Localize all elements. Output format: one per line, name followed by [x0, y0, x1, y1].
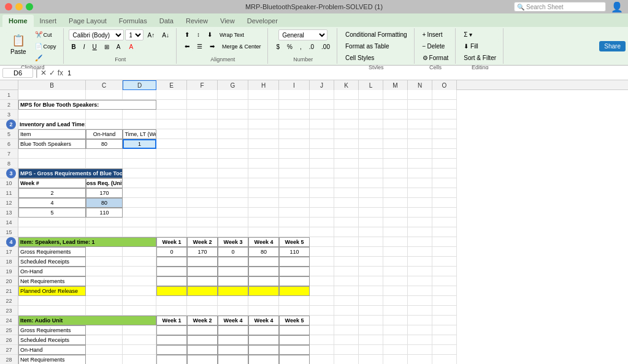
cell-L17[interactable] — [359, 247, 383, 257]
col-header-k[interactable]: K — [334, 80, 359, 90]
cell-N14[interactable] — [408, 218, 432, 227]
cell-G28[interactable] — [218, 355, 248, 364]
cell-H5[interactable] — [248, 129, 279, 139]
cell-G14[interactable] — [218, 218, 248, 227]
cell-O18[interactable] — [432, 257, 457, 267]
cell-E12[interactable] — [156, 198, 187, 208]
col-header-d[interactable]: D — [123, 80, 156, 90]
cell-E8[interactable] — [156, 159, 187, 169]
cell-K25[interactable] — [334, 325, 359, 335]
cell-L5[interactable] — [359, 129, 383, 139]
cell-C28[interactable] — [86, 355, 123, 364]
cell-E23[interactable] — [156, 306, 187, 316]
cell-C6[interactable]: 80 — [86, 139, 123, 149]
cell-G6[interactable] — [218, 139, 248, 149]
cell-K7[interactable] — [334, 149, 359, 159]
cell-C18[interactable] — [86, 257, 123, 267]
cell-C23[interactable] — [86, 306, 123, 316]
cell-D21[interactable] — [123, 286, 156, 296]
delete-cells-button[interactable]: − Delete — [419, 41, 452, 51]
decrease-font-button[interactable]: A↓ — [159, 30, 172, 40]
cell-B27[interactable]: On-Hand — [18, 345, 86, 355]
cell-N6[interactable] — [408, 139, 432, 149]
cell-H15[interactable] — [248, 227, 279, 237]
col-header-i[interactable]: I — [279, 80, 310, 90]
cell-J1[interactable] — [310, 90, 334, 100]
cell-N27[interactable] — [408, 345, 432, 355]
cell-F17[interactable]: 170 — [187, 247, 218, 257]
cell-L11[interactable] — [359, 188, 383, 198]
cell-C19[interactable] — [86, 267, 123, 276]
cell-M15[interactable] — [383, 227, 408, 237]
insert-cells-button[interactable]: + Insert — [419, 29, 452, 40]
format-cells-button[interactable]: ⚙ Format — [419, 53, 452, 63]
cell-M25[interactable] — [383, 325, 408, 335]
cell-C22[interactable] — [86, 296, 123, 306]
cell-K23[interactable] — [334, 306, 359, 316]
cell-J12[interactable] — [310, 198, 334, 208]
cell-D14[interactable] — [123, 218, 156, 227]
sort-filter-button[interactable]: Sort & Filter — [461, 53, 499, 63]
cell-B28[interactable]: Net Requirements — [18, 355, 86, 364]
maximize-button[interactable] — [26, 3, 33, 10]
cell-I20[interactable] — [279, 276, 310, 286]
cell-O13[interactable] — [432, 208, 457, 218]
cell-F2[interactable] — [187, 100, 218, 110]
cell-H4[interactable] — [248, 119, 279, 129]
cell-L18[interactable] — [359, 257, 383, 267]
cell-E5[interactable] — [156, 129, 187, 139]
cell-B12[interactable]: 4 — [18, 198, 86, 208]
cell-C20[interactable] — [86, 276, 123, 286]
cell-F6[interactable] — [187, 139, 218, 149]
cell-K9[interactable] — [334, 169, 359, 178]
ribbon-tab-home[interactable]: Home — [2, 15, 34, 27]
cell-N7[interactable] — [408, 149, 432, 159]
cell-O19[interactable] — [432, 267, 457, 276]
cell-M24[interactable] — [383, 316, 408, 325]
cell-I16[interactable]: Week 5 — [279, 237, 310, 247]
cell-C7[interactable] — [86, 149, 123, 159]
cell-H16[interactable]: Week 4 — [248, 237, 279, 247]
cell-D18[interactable] — [123, 257, 156, 267]
cell-C3[interactable] — [86, 110, 123, 119]
cell-E24[interactable]: Week 1 — [156, 316, 187, 325]
cell-H22[interactable] — [248, 296, 279, 306]
align-bottom-button[interactable]: ⬇ — [204, 29, 215, 40]
cell-O3[interactable] — [432, 110, 457, 119]
cell-D25[interactable] — [123, 325, 156, 335]
cell-C21[interactable] — [86, 286, 123, 296]
cell-N24[interactable] — [408, 316, 432, 325]
cell-D6[interactable]: 1 — [123, 139, 156, 149]
cell-H28[interactable] — [248, 355, 279, 364]
ribbon-tab-data[interactable]: Data — [153, 15, 180, 27]
cell-D17[interactable] — [123, 247, 156, 257]
cell-F4[interactable] — [187, 119, 218, 129]
cell-M4[interactable] — [383, 119, 408, 129]
cell-F16[interactable]: Week 2 — [187, 237, 218, 247]
cell-F8[interactable] — [187, 159, 218, 169]
cell-G20[interactable] — [218, 276, 248, 286]
col-header-f[interactable]: F — [187, 80, 218, 90]
col-header-e[interactable]: E — [156, 80, 187, 90]
cell-K24[interactable] — [334, 316, 359, 325]
cell-I11[interactable] — [279, 188, 310, 198]
cell-O21[interactable] — [432, 286, 457, 296]
cell-K8[interactable] — [334, 159, 359, 169]
cell-M23[interactable] — [383, 306, 408, 316]
cell-D12[interactable] — [123, 198, 156, 208]
cell-G22[interactable] — [218, 296, 248, 306]
cell-F5[interactable] — [187, 129, 218, 139]
underline-button[interactable]: U — [90, 42, 100, 52]
cell-J8[interactable] — [310, 159, 334, 169]
italic-button[interactable]: I — [80, 42, 88, 52]
cell-J11[interactable] — [310, 188, 334, 198]
cell-D10[interactable] — [123, 178, 156, 188]
cell-K20[interactable] — [334, 276, 359, 286]
cell-N19[interactable] — [408, 267, 432, 276]
cell-K5[interactable] — [334, 129, 359, 139]
cell-H19[interactable] — [248, 267, 279, 276]
cell-D4[interactable] — [123, 119, 156, 129]
cell-J25[interactable] — [310, 325, 334, 335]
cell-H25[interactable] — [248, 325, 279, 335]
cell-L21[interactable] — [359, 286, 383, 296]
